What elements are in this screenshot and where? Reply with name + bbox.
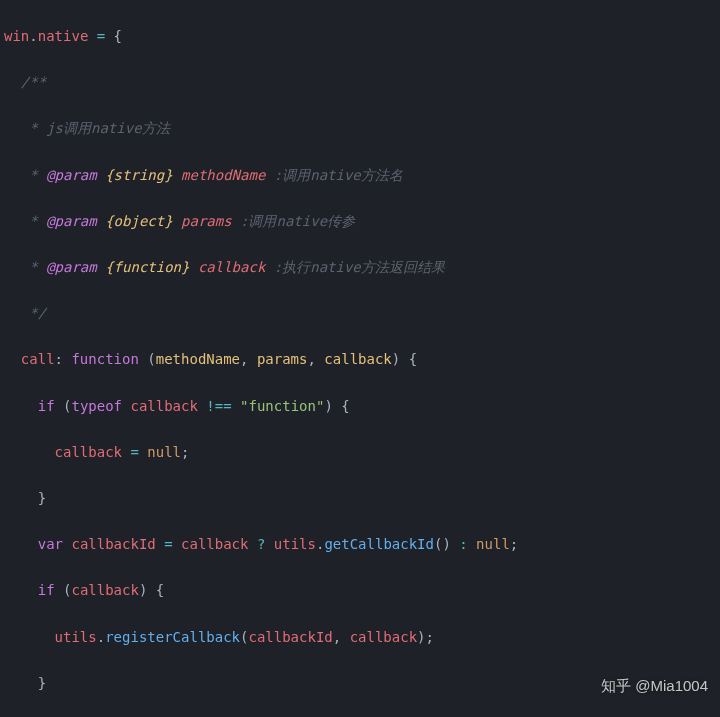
code-line: var callbackId = callback ? utils.getCal…	[4, 533, 720, 556]
doc-type: {function}	[105, 259, 189, 275]
string-literal: "function"	[240, 398, 324, 414]
null-literal: null	[476, 536, 510, 552]
identifier: callback	[130, 398, 197, 414]
code-line: callback = null;	[4, 441, 720, 464]
token-property: native	[38, 28, 89, 44]
doc-star: *	[29, 120, 46, 136]
doc-tag: @param	[46, 213, 97, 229]
doc-desc: :调用native方法名	[274, 167, 403, 183]
identifier: callback	[350, 629, 417, 645]
method-call: getCallbackId	[324, 536, 434, 552]
code-line: * @param {function} callback :执行native方法…	[4, 256, 720, 279]
doc-var: methodName	[181, 167, 265, 183]
method-call: registerCallback	[105, 629, 240, 645]
code-line: * js调用native方法	[4, 117, 720, 140]
doc-open: /**	[21, 74, 46, 90]
doc-desc: :调用native传参	[240, 213, 355, 229]
identifier: callbackId	[71, 536, 155, 552]
keyword-function: function	[71, 351, 138, 367]
identifier: callback	[71, 582, 138, 598]
null-literal: null	[147, 444, 181, 460]
code-line: call: function (methodName, params, call…	[4, 348, 720, 371]
operator: !==	[206, 398, 231, 414]
code-line: /**	[4, 71, 720, 94]
param: params	[257, 351, 308, 367]
code-line: */	[4, 302, 720, 325]
doc-var: callback	[198, 259, 265, 275]
code-line: }	[4, 672, 720, 695]
keyword-var: var	[38, 536, 63, 552]
token-brace: }	[38, 490, 46, 506]
doc-type: {object}	[105, 213, 172, 229]
param: callback	[324, 351, 391, 367]
token-assign: =	[88, 28, 113, 44]
doc-star: *	[29, 167, 46, 183]
identifier: callback	[181, 536, 248, 552]
code-editor: win.native = { /** * js调用native方法 * @par…	[0, 0, 720, 717]
doc-desc: js调用native方法	[46, 120, 169, 136]
token-dot: .	[29, 28, 37, 44]
code-line: if (typeof callback !== "function") {	[4, 395, 720, 418]
token-brace: {	[114, 28, 122, 44]
code-line: * @param {object} params :调用native传参	[4, 210, 720, 233]
code-line: win.native = {	[4, 25, 720, 48]
doc-type: {string}	[105, 167, 172, 183]
keyword-if: if	[38, 398, 55, 414]
doc-desc: :执行native方法返回结果	[274, 259, 445, 275]
doc-tag: @param	[46, 259, 97, 275]
code-line: utils.registerCallback(callbackId, callb…	[4, 626, 720, 649]
code-line: }	[4, 487, 720, 510]
doc-var: params	[181, 213, 232, 229]
identifier: callback	[55, 444, 122, 460]
doc-star: *	[29, 259, 46, 275]
doc-star: *	[29, 213, 46, 229]
identifier: callbackId	[248, 629, 332, 645]
doc-tag: @param	[46, 167, 97, 183]
param: methodName	[156, 351, 240, 367]
keyword-if: if	[38, 582, 55, 598]
token-brace: }	[38, 675, 46, 691]
code-line: * @param {string} methodName :调用native方法…	[4, 164, 720, 187]
identifier: utils	[55, 629, 97, 645]
token-object: win	[4, 28, 29, 44]
keyword-typeof: typeof	[71, 398, 122, 414]
doc-close: */	[29, 305, 46, 321]
code-line: if (callback) {	[4, 579, 720, 602]
identifier: utils	[274, 536, 316, 552]
method-key: call	[21, 351, 55, 367]
